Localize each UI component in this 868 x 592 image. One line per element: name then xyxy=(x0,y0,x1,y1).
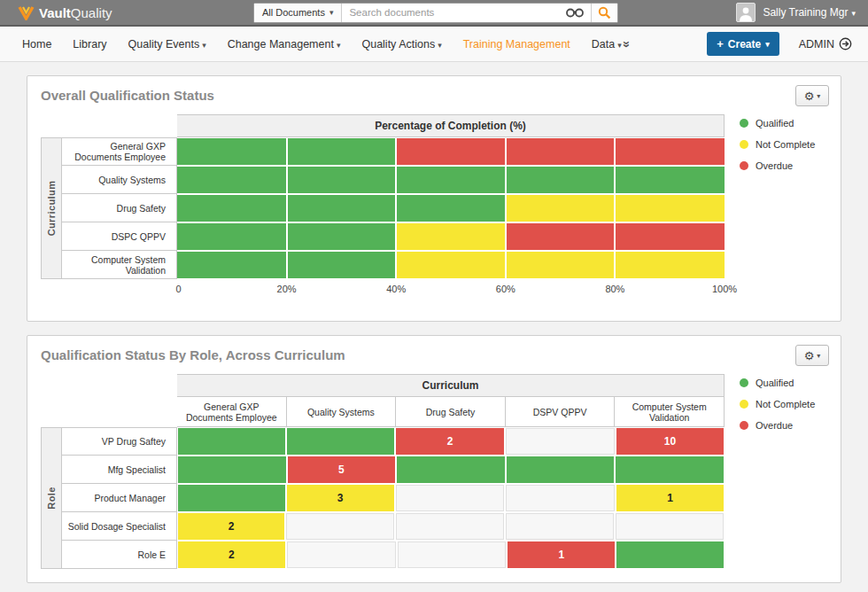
gear-icon: ⚙ xyxy=(804,350,815,362)
heatmap-cell-qualified[interactable] xyxy=(287,428,394,455)
nav-item-change-management[interactable]: Change Management▾ xyxy=(228,38,341,51)
row-label-cell: Product Manager xyxy=(62,484,177,512)
heatmap-row: 21 xyxy=(177,541,725,569)
heatmap-cell-qualified[interactable] xyxy=(616,541,724,568)
nav-item-label: Quality Actions xyxy=(361,38,435,51)
legend-item-not_complete: Not Complete xyxy=(740,139,815,150)
nav-item-label: Home xyxy=(22,38,51,51)
bar-segment-qualified[interactable] xyxy=(177,167,725,193)
chevron-down-icon: ▾ xyxy=(202,41,206,50)
heatmap-cell-not_complete[interactable]: 2 xyxy=(178,513,284,540)
stacked-bar xyxy=(177,223,725,250)
bar-segment-not-complete[interactable] xyxy=(396,252,725,278)
bar-row xyxy=(177,194,725,222)
stacked-bar xyxy=(177,252,725,278)
nav-item-quality-events[interactable]: Quality Events▾ xyxy=(128,38,206,51)
heatmap-cell-overdue[interactable]: 2 xyxy=(396,428,503,455)
legend-dot-qualified xyxy=(740,378,748,387)
row-label-cell: VP Drug Saftey xyxy=(62,427,177,456)
chart-table: CurriculumGeneral GXP Documents Employee… xyxy=(41,114,725,297)
app-window: VaultQuality All Documents ▾ xyxy=(0,0,868,592)
bar-segment-qualified[interactable] xyxy=(177,195,506,222)
bar-segment-qualified[interactable] xyxy=(177,138,396,165)
heatmap-cell-empty xyxy=(616,513,724,540)
column-header-cell: General GXP Documents Employee xyxy=(177,397,287,427)
legend-dot-overdue xyxy=(740,421,748,430)
heatmap-cell-empty xyxy=(506,428,615,455)
gear-icon: ⚙ xyxy=(804,90,815,102)
bar-segment-not-complete[interactable] xyxy=(396,223,506,250)
admin-button[interactable]: ADMIN xyxy=(799,37,852,51)
bar-segment-not-complete[interactable] xyxy=(506,195,725,222)
legend-label: Overdue xyxy=(756,420,793,431)
advanced-search-button[interactable] xyxy=(559,4,591,22)
bar-row xyxy=(177,251,725,279)
search-submit-button[interactable] xyxy=(591,4,617,22)
heatmap-cell-qualified[interactable] xyxy=(397,456,505,483)
bar-segment-qualified[interactable] xyxy=(177,223,396,250)
panel-qualification-status-by-role: Qualification Status By Role, Across Cur… xyxy=(27,335,841,583)
spacer xyxy=(41,114,62,137)
bar-segment-overdue[interactable] xyxy=(506,223,725,250)
bar-segment-overdue[interactable] xyxy=(396,138,725,165)
brand-name: VaultQuality xyxy=(39,5,112,20)
axis-tick-label: 0 xyxy=(175,284,181,294)
nav-item-label: Change Management xyxy=(228,38,334,51)
heatmap-cell-overdue[interactable]: 10 xyxy=(616,428,724,455)
heatmap-cell-empty xyxy=(506,485,615,511)
axis-tick-label: 100% xyxy=(712,284,737,294)
plus-icon: + xyxy=(717,37,724,51)
heatmap-cell-qualified[interactable] xyxy=(178,428,285,455)
create-button[interactable]: + Create ▾ xyxy=(707,32,779,56)
vault-brand: VaultQuality xyxy=(18,5,177,20)
column-header-cell: Quality Systems xyxy=(287,397,397,427)
nav-item-quality-actions[interactable]: Quality Actions▾ xyxy=(361,38,441,51)
stacked-bar-chart: CurriculumGeneral GXP Documents Employee… xyxy=(41,114,725,297)
legend-dot-not_complete xyxy=(740,400,748,409)
nav-item-training-management[interactable]: Training Management xyxy=(463,38,570,51)
legend: QualifiedNot CompleteOverdue xyxy=(740,374,815,441)
axis-tick-label: 20% xyxy=(277,284,297,294)
heatmap-cell-empty xyxy=(286,513,394,540)
bar-segment-qualified[interactable] xyxy=(177,252,396,278)
legend-label: Not Complete xyxy=(756,139,815,150)
column-header-row: General GXP Documents EmployeeQuality Sy… xyxy=(177,397,725,427)
nav-items: HomeLibraryQuality Events▾Change Managem… xyxy=(22,38,622,51)
heatmap-cell-empty xyxy=(506,513,614,540)
legend-item-overdue: Overdue xyxy=(740,160,815,171)
row-label-cell: General GXP Documents Employee xyxy=(62,137,177,166)
search-scope-dropdown[interactable]: All Documents ▾ xyxy=(254,4,342,22)
heatmap-cell-not_complete[interactable]: 2 xyxy=(178,541,285,568)
spacer xyxy=(62,114,177,137)
axis-tick-label: 80% xyxy=(605,284,624,294)
row-label-cell: Role E xyxy=(62,541,177,569)
row-label-cell: Computer System Validation xyxy=(62,251,177,279)
heatmap-cell-qualified[interactable] xyxy=(616,456,724,483)
heatmap-cell-qualified[interactable] xyxy=(507,456,615,483)
nav-overflow-double-chevron-icon[interactable]: » xyxy=(620,41,634,48)
panel2-settings-button[interactable]: ⚙ ▾ xyxy=(795,345,829,366)
nav-item-library[interactable]: Library xyxy=(73,38,106,51)
legend-dot-overdue xyxy=(740,161,748,170)
bar-row xyxy=(177,137,725,166)
stacked-bar xyxy=(177,195,725,222)
chevron-down-icon: ▾ xyxy=(337,41,341,50)
nav-item-home[interactable]: Home xyxy=(22,38,51,51)
category-axis-title-cell: Curriculum xyxy=(41,137,62,279)
heatmap-cell-not_complete[interactable]: 1 xyxy=(616,485,724,511)
stacked-bar xyxy=(177,167,725,193)
heatmap-cell-overdue[interactable]: 1 xyxy=(508,541,615,568)
vault-v-logo-icon xyxy=(18,5,35,20)
panel1-settings-button[interactable]: ⚙ ▾ xyxy=(795,85,829,106)
heatmap-cell-overdue[interactable]: 5 xyxy=(288,456,396,483)
panel1-chart-wrap: CurriculumGeneral GXP Documents Employee… xyxy=(41,114,835,297)
heatmap-cell-qualified[interactable] xyxy=(178,485,285,511)
user-menu[interactable]: Sally Training Mgr▾ xyxy=(736,3,856,22)
search-input[interactable] xyxy=(342,4,559,22)
column-header-cell: DSPV QPPV xyxy=(506,397,616,427)
nav-item-label: Quality Events xyxy=(128,38,200,51)
heatmap-cell-qualified[interactable] xyxy=(178,456,286,483)
heatmap-cell-not_complete[interactable]: 3 xyxy=(287,485,394,511)
nav-item-data[interactable]: Data▾ xyxy=(592,38,622,51)
legend-item-not_complete: Not Complete xyxy=(740,399,815,409)
